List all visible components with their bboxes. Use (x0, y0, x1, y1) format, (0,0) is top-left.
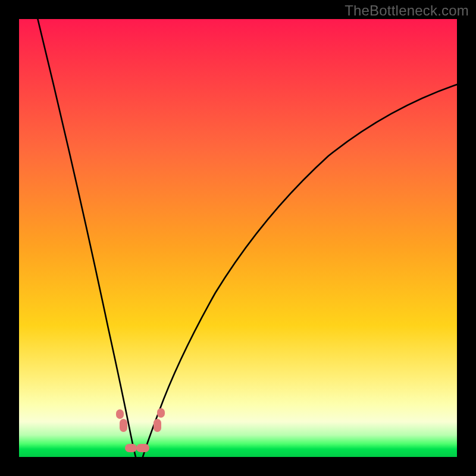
watermark-text: TheBottleneck.com (345, 2, 469, 19)
plot-area (19, 19, 457, 457)
curve-layer (19, 19, 457, 457)
curve-right-branch (143, 84, 457, 457)
marker-bottom-blob-a (125, 444, 137, 452)
marker-bottom-blob-b (136, 444, 149, 452)
chart-container: TheBottleneck.com (0, 0, 476, 476)
marker-right-blob-a (154, 419, 161, 432)
marker-left-blob-a (116, 409, 124, 419)
marker-left-blob-b (120, 419, 127, 432)
curve-left-branch (36, 19, 136, 457)
marker-right-blob-b (157, 408, 165, 418)
